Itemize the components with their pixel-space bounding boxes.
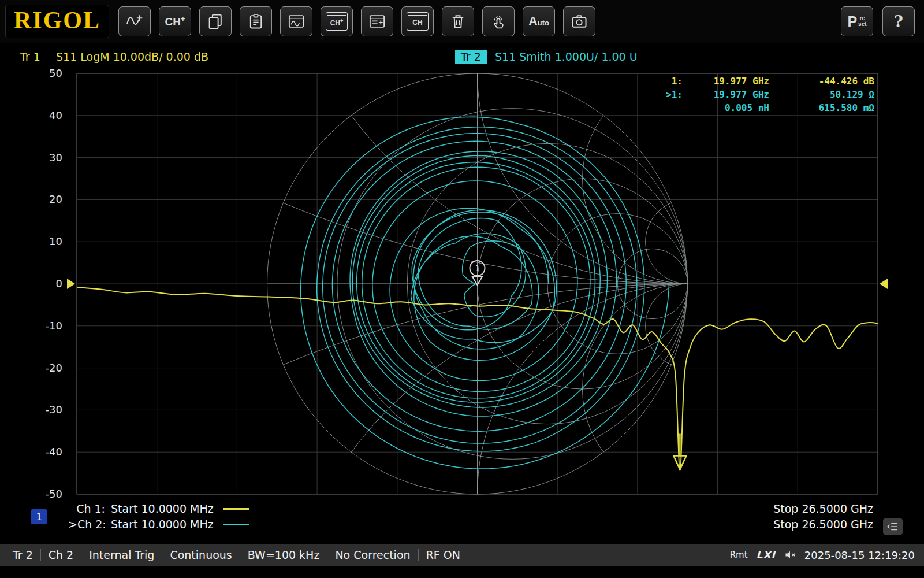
channel2-stop: Stop 26.5000 GHz (773, 518, 873, 531)
status-bar: Tr 2Ch 2Internal TrigContinuousBW=100 kH… (0, 544, 924, 566)
channel-badge[interactable]: 1 (31, 509, 47, 524)
status-item-ch-2[interactable]: Ch 2 (49, 549, 73, 561)
mute-speaker-icon[interactable] (784, 549, 796, 561)
svg-text:1: 1 (475, 264, 479, 273)
status-divider (240, 549, 240, 561)
collapse-menu-icon (886, 520, 899, 533)
channel1-stop: Stop 26.5000 GHz (773, 502, 873, 515)
status-divider (40, 549, 41, 561)
trace1-swatch (223, 508, 249, 510)
trace2-smith-curve (301, 117, 669, 469)
status-item-rf-on[interactable]: RF ON (426, 549, 460, 561)
remote-indicator: Rmt (730, 550, 748, 560)
menu-collapse-button[interactable] (883, 518, 903, 535)
status-items: Tr 2Ch 2Internal TrigContinuousBW=100 kH… (13, 549, 460, 561)
status-divider (418, 549, 419, 561)
marker-1-indicator[interactable] (673, 433, 686, 469)
status-right: Rmt LXI 2025-08-15 12:19:20 (730, 549, 924, 561)
status-divider (81, 549, 81, 561)
status-item-tr-2[interactable]: Tr 2 (13, 549, 33, 561)
channel1-info: Ch 1: Start 10.0000 MHz (68, 502, 249, 515)
lxi-indicator: LXI (757, 549, 776, 561)
ref-level-indicator-right[interactable] (880, 279, 888, 289)
datetime: 2025-08-15 12:19:20 (804, 549, 915, 561)
marker-readout-row-2: >1:19.977 GHz50.129 Ω (655, 88, 874, 101)
marker-readout: 1:19.977 GHz-44.426 dB >1:19.977 GHz50.1… (655, 75, 874, 114)
status-item-continuous[interactable]: Continuous (170, 549, 232, 561)
trace2-swatch (223, 524, 249, 525)
channel2-info: >Ch 2: Start 10.0000 MHz (68, 518, 249, 531)
status-divider (162, 549, 162, 561)
marker-readout-row-3: 0.005 nH615.580 mΩ (655, 101, 874, 114)
vna-screen: RIGOL CH+CH+CHAuto P reset ? Tr 1 S11 Lo… (0, 0, 924, 578)
status-divider (327, 549, 327, 561)
ref-level-indicator-left[interactable] (67, 279, 75, 289)
status-item-no-correction[interactable]: No Correction (335, 549, 410, 561)
status-item-bw-100-khz[interactable]: BW=100 kHz (248, 549, 320, 561)
status-item-internal-trig[interactable]: Internal Trig (89, 549, 154, 561)
marker-readout-row-1: 1:19.977 GHz-44.426 dB (655, 75, 874, 88)
